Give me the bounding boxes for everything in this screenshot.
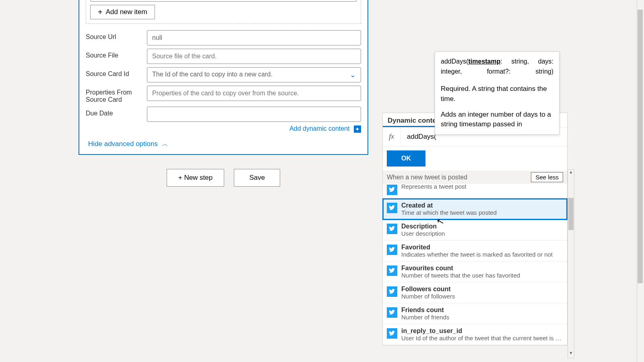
chevron-down-icon: ⌄ — [350, 70, 356, 79]
dc-item-desc: Number of tweets that the user has favor… — [401, 272, 563, 279]
add-new-item-label: Add new item — [106, 8, 147, 16]
new-step-button[interactable]: + New step — [167, 169, 225, 187]
dc-item-name: Created at — [401, 202, 563, 209]
sparkle-icon: ✦ — [354, 125, 361, 133]
save-button[interactable]: Save — [234, 169, 280, 187]
function-signature-tooltip: addDays(timestamp: string, days: integer… — [435, 51, 559, 135]
dc-item-desc: Number of followers — [401, 293, 563, 300]
add-dynamic-content-row: Add dynamic content ✦ — [79, 123, 367, 136]
flow-button-row: + New step Save — [78, 169, 368, 187]
input-source-file[interactable] — [147, 49, 361, 64]
twitter-icon — [387, 286, 397, 297]
label-properties: Properties From Source Card — [86, 86, 147, 103]
label-source-card-id: Source Card Id — [86, 67, 147, 78]
input-source-url[interactable] — [147, 30, 361, 45]
input-due-date[interactable] — [147, 107, 361, 122]
array-item-bottom-edge — [90, 0, 357, 2]
see-less-button[interactable]: See less — [531, 172, 563, 182]
twitter-icon — [387, 224, 397, 234]
twitter-icon — [387, 185, 397, 195]
scroll-up-icon[interactable]: ▲ — [568, 170, 574, 177]
field-row-source-card-id: Source Card Id The Id of the card to cop… — [79, 66, 367, 84]
label-source-url: Source Url — [86, 30, 147, 41]
dc-item-favorited[interactable]: FavoritedIndicates whether the tweet is … — [383, 241, 567, 261]
tooltip-description: Adds an integer number of days to a stri… — [441, 110, 553, 130]
flyout-scrollbar[interactable]: ▲ ▼ — [568, 169, 574, 358]
dc-item-desc: User Id of the author of the tweet that … — [401, 335, 563, 341]
dc-item-followers-count[interactable]: Followers countNumber of followers — [383, 282, 567, 303]
tooltip-signature: addDays(timestamp: string, days: integer… — [441, 57, 553, 77]
dc-item-name: in_reply_to_user_id — [401, 327, 563, 335]
advanced-toggle-label: Hide advanced options — [88, 140, 158, 148]
twitter-icon — [387, 245, 397, 255]
fx-icon: fx — [383, 128, 400, 146]
ok-button[interactable]: OK — [387, 150, 425, 167]
hide-advanced-options-toggle[interactable]: Hide advanced options ︿ — [79, 136, 367, 154]
flow-action-card: + Add new item Source Url Source File So… — [78, 0, 368, 155]
dc-item-created-at[interactable]: Created atTime at which the tweet was po… — [383, 199, 567, 220]
page-scrollbar[interactable] — [637, 0, 644, 362]
dropdown-source-card-id[interactable]: The Id of the card to copy into a new ca… — [147, 67, 361, 82]
dc-item-desc: Number of friends — [401, 314, 563, 321]
dynamic-content-list: bodyRepresents a tweet postCreated atTim… — [383, 184, 567, 345]
plus-icon: + — [98, 10, 103, 14]
dc-item-name: Favourites count — [401, 265, 563, 272]
dc-item-in-reply-to-user-id[interactable]: in_reply_to_user_idUser Id of the author… — [383, 324, 567, 345]
dc-item-body[interactable]: bodyRepresents a tweet post — [383, 184, 567, 199]
field-row-properties: Properties From Source Card — [79, 84, 367, 105]
scroll-down-icon[interactable]: ▼ — [568, 351, 574, 358]
dc-item-name: Friends count — [401, 306, 563, 314]
dc-item-name: Description — [401, 223, 563, 230]
dc-item-desc: Indicates whether the tweet is marked as… — [401, 251, 563, 258]
input-properties[interactable] — [147, 86, 361, 101]
scroll-thumb[interactable] — [568, 198, 574, 230]
twitter-icon — [387, 203, 397, 213]
dynamic-content-flyout: Dynamic content fx OK When a new tweet i… — [382, 113, 568, 346]
dc-item-desc: Represents a tweet post — [401, 183, 563, 190]
twitter-icon — [387, 328, 397, 339]
field-row-due-date: Due Date — [79, 105, 367, 123]
dc-item-name: Followers count — [401, 286, 563, 293]
dc-item-friends-count[interactable]: Friends countNumber of friends — [383, 303, 567, 324]
dc-item-desc: Time at which the tweet was posted — [401, 209, 563, 216]
chevron-up-icon: ︿ — [162, 140, 168, 148]
dc-section-title: When a new tweet is posted — [387, 174, 467, 181]
dc-item-name: Favorited — [401, 244, 563, 251]
label-due-date: Due Date — [86, 107, 147, 117]
dc-item-favourites-count[interactable]: Favourites countNumber of tweets that th… — [383, 261, 567, 282]
add-new-item-button[interactable]: + Add new item — [90, 5, 155, 19]
twitter-icon — [387, 307, 397, 318]
dc-item-description[interactable]: DescriptionUser description — [383, 220, 567, 241]
page-scroll-thumb[interactable] — [638, 10, 643, 283]
dropdown-placeholder: The Id of the card to copy into a new ca… — [152, 71, 272, 78]
dc-section-header: When a new tweet is posted See less — [383, 171, 567, 184]
field-row-source-url: Source Url — [79, 29, 367, 47]
label-source-file: Source File — [86, 49, 147, 59]
add-dynamic-content-link[interactable]: Add dynamic content ✦ — [289, 125, 361, 132]
array-field-group: + Add new item — [86, 0, 361, 24]
twitter-icon — [387, 265, 397, 276]
dc-item-desc: User description — [401, 230, 563, 237]
tooltip-required: Required. A string that contains the tim… — [441, 84, 553, 104]
field-row-source-file: Source File — [79, 47, 367, 66]
